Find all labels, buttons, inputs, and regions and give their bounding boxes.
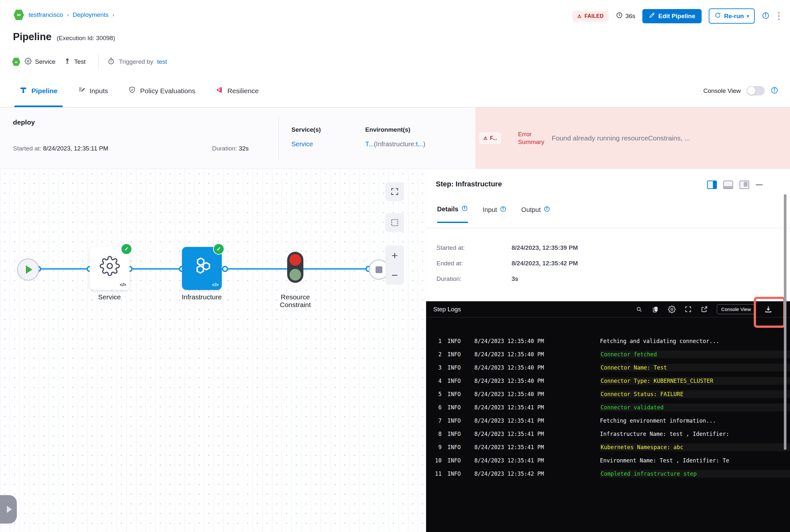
tab-pipeline[interactable]: Pipeline <box>19 74 58 107</box>
duration-label: Duration: <box>212 145 237 152</box>
tab-details[interactable]: Details <box>437 205 468 223</box>
resource-constraint-node[interactable] <box>287 252 304 283</box>
canvas-marquee-select-button[interactable] <box>385 213 404 232</box>
log-timestamp: 8/24/2023 12:35:40 PM <box>474 391 600 397</box>
traffic-red-light <box>290 254 301 266</box>
step-details: Started at: 8/24/2023, 12:35:39 PM Ended… <box>437 240 578 287</box>
log-message: Environment Name: Test , Identifier: Te <box>600 457 790 464</box>
pipeline-start-node[interactable] <box>17 259 39 281</box>
failed-mini-badge: ⚠ F... <box>479 132 501 144</box>
pipeline-canvas[interactable]: ✓ </> ✓ </> Service Infrastructure Resou… <box>0 169 426 532</box>
log-row: 3INFO8/24/2023 12:35:40 PMConnector Name… <box>426 361 790 374</box>
breadcrumb-project-link[interactable]: testfrancisco <box>29 11 63 18</box>
info-icon[interactable] <box>544 206 550 214</box>
tab-output[interactable]: Output <box>521 205 550 223</box>
elapsed-time: 36s <box>616 12 636 20</box>
status-text: FAILED <box>584 13 604 19</box>
triggered-by-user-link[interactable]: test <box>157 58 167 65</box>
environments-label: Environment(s) <box>365 126 425 133</box>
step-panel-title: Step: Infrastructure <box>436 180 502 188</box>
duration-value: 3s <box>512 276 518 283</box>
log-level: INFO <box>447 444 461 451</box>
fullscreen-icon[interactable] <box>684 305 692 313</box>
console-view-button[interactable]: Console View <box>717 304 755 314</box>
title-row: Pipeline (Execution Id: 30098) <box>13 31 115 43</box>
error-summary-label: Error Summary <box>518 130 552 146</box>
error-summary-bar: ⚠ F... Error Summary Found already runni… <box>475 108 790 169</box>
service-meta: Service <box>24 58 55 66</box>
breadcrumb-deployments-link[interactable]: Deployments <box>73 11 108 18</box>
execution-tabbar: Pipeline Inputs Policy Evaluations Resil… <box>0 74 790 108</box>
breadcrumb: ∞ testfrancisco › Deployments › <box>13 9 114 21</box>
download-logs-icon[interactable] <box>764 305 773 314</box>
log-row: 1INFO8/24/2023 12:35:40 PMFetching and v… <box>426 334 790 347</box>
chevron-right-icon: › <box>67 12 69 18</box>
layout-right-panel-icon[interactable] <box>707 180 717 189</box>
warning-icon: ⚠ <box>483 136 488 140</box>
service-link[interactable]: Service <box>291 140 313 148</box>
minimize-panel-icon[interactable] <box>756 184 763 186</box>
zoom-out-button[interactable]: − <box>391 269 398 281</box>
tab-resilience[interactable]: Resilience <box>215 74 259 107</box>
pencil-icon <box>649 12 655 20</box>
service-node[interactable]: ✓ </> <box>90 247 129 290</box>
log-level: INFO <box>447 338 461 344</box>
collapsed-nav-handle[interactable] <box>0 495 17 524</box>
copy-icon[interactable] <box>651 305 659 313</box>
node-label-resource-constraint: Resource Constraint <box>269 293 321 309</box>
log-message: Fetching and validating connector... <box>600 338 790 344</box>
tab-label: Details <box>437 206 458 213</box>
log-level: INFO <box>447 404 461 411</box>
layout-floating-panel-icon[interactable] <box>739 180 749 189</box>
tab-inputs[interactable]: Inputs <box>78 74 108 107</box>
log-line-number: 2 <box>432 351 442 358</box>
tab-label: Input <box>483 206 497 213</box>
zoom-in-button[interactable]: + <box>391 250 398 261</box>
info-icon[interactable] <box>762 12 770 21</box>
log-timestamp: 8/24/2023 12:35:40 PM <box>474 378 600 384</box>
log-message: Connector fetched <box>600 350 790 358</box>
gear-icon[interactable] <box>668 305 676 313</box>
started-label: Started at: <box>13 145 41 152</box>
log-level: INFO <box>447 417 461 424</box>
console-view-toggle[interactable] <box>747 86 765 95</box>
search-icon[interactable] <box>636 306 643 313</box>
tab-policy-evaluations[interactable]: Policy Evaluations <box>128 74 195 107</box>
environment-link[interactable]: T... <box>365 140 374 148</box>
info-icon[interactable] <box>500 206 507 214</box>
step-logs-title: Step Logs <box>433 306 461 313</box>
layout-bottom-panel-icon[interactable] <box>723 180 733 189</box>
ended-value: 8/24/2023, 12:35:42 PM <box>512 260 578 267</box>
more-options-icon[interactable] <box>777 11 781 21</box>
step-logs-header: Step Logs <box>426 301 790 318</box>
rerun-button[interactable]: Re-run ▾ <box>709 8 755 24</box>
log-row: 6INFO8/24/2023 12:35:41 PMConnector vali… <box>426 401 790 414</box>
infrastructure-link[interactable]: t... <box>416 140 423 148</box>
detail-row-started: Started at: 8/24/2023, 12:35:39 PM <box>437 240 578 255</box>
panel-scrollbar[interactable] <box>784 194 787 450</box>
duration-label: Duration: <box>437 276 512 283</box>
infra-prefix: (Infrastructure: <box>374 140 416 148</box>
stopwatch-icon <box>107 57 115 66</box>
log-timestamp: 8/24/2023 12:35:40 PM <box>474 351 600 358</box>
step-logs-actions: Console View <box>636 304 782 314</box>
tab-input[interactable]: Input <box>483 205 507 223</box>
chevron-right-icon: › <box>112 12 114 18</box>
success-check-icon: ✓ <box>121 243 132 255</box>
info-icon[interactable] <box>461 205 468 213</box>
log-message: Completed infrastructure step <box>600 470 790 478</box>
canvas-fit-view-button[interactable] <box>385 182 404 201</box>
log-message: Fetching environment information... <box>600 417 790 424</box>
info-icon[interactable] <box>771 87 778 95</box>
step-logs-body[interactable]: 1INFO8/24/2023 12:35:40 PMFetching and v… <box>426 318 790 480</box>
edit-pipeline-button[interactable]: Edit Pipeline <box>642 9 702 23</box>
tab-label: Inputs <box>90 87 108 95</box>
triggered-by-label: Triggered by <box>119 58 153 65</box>
log-row: 7INFO8/24/2023 12:35:41 PMFetching envir… <box>426 414 790 427</box>
open-in-new-icon[interactable] <box>701 305 708 313</box>
stage-started: Started at: 8/24/2023, 12:35:11 PM <box>13 145 108 152</box>
log-line-number: 8 <box>432 431 442 437</box>
infrastructure-node[interactable]: ✓ </> <box>182 247 222 290</box>
stage-summary-bar: deploy Started at: 8/24/2023, 12:35:11 P… <box>0 108 790 169</box>
log-level: INFO <box>447 471 461 477</box>
